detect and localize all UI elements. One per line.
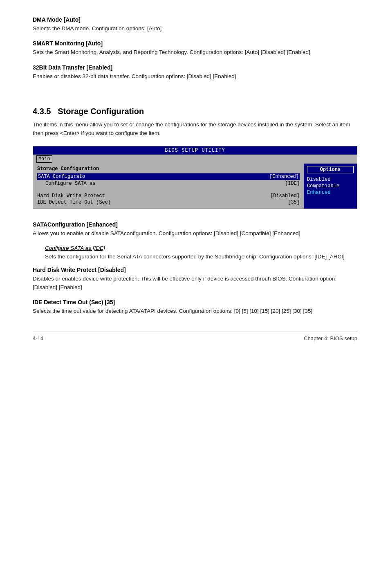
smart-monitoring-section: SMART Monitoring [Auto] Sets the Smart M… — [33, 40, 357, 56]
bios-row-sata[interactable]: SATA Configurato [Enhanced] — [37, 173, 300, 180]
bios-row-hard-disk-value: [Disabled] — [270, 193, 300, 199]
bios-row-configure-sata-value: [IDE] — [285, 181, 300, 186]
hard-disk-section: Hard Disk Write Protect [Disabled] Disab… — [33, 267, 357, 292]
smart-monitoring-heading: SMART Monitoring [Auto] — [33, 40, 357, 47]
hard-disk-heading: Hard Disk Write Protect [Disabled] — [33, 267, 357, 273]
chapter-section: 4.3.5 Storage Configuration The items in… — [33, 107, 357, 138]
footer-page-number: 4-14 — [33, 335, 43, 341]
chapter-number: 4.3.5 — [33, 107, 51, 116]
configure-sata-subbody: Sets the configuration for the Serial AT… — [33, 253, 357, 261]
footer-chapter-label: Chapter 4: BIOS setup — [304, 335, 357, 341]
bios-content: Storage Configuration SATA Configurato [… — [33, 164, 357, 209]
bios-options-label: Options — [307, 166, 354, 173]
bios-row-configure-sata[interactable]: Configure SATA as [IDE] — [37, 181, 300, 186]
smart-monitoring-body: Sets the Smart Monitoring, Analysis, and… — [33, 48, 357, 56]
bios-main-panel: Storage Configuration SATA Configurato [… — [33, 164, 304, 209]
chapter-intro: The items in this menu allow you to set … — [33, 120, 357, 138]
bios-row-hard-disk-label: Hard Disk Write Protect — [37, 193, 105, 199]
bit32-section: 32Bit Data Transfer [Enabled] Enables or… — [33, 64, 357, 81]
ide-detect-body: Selects the time out value for detecting… — [33, 307, 357, 315]
ide-detect-heading: IDE Detect Time Out (Sec) [35] — [33, 299, 357, 305]
bios-row-hard-disk[interactable]: Hard Disk Write Protect [Disabled] — [37, 193, 300, 199]
bios-title-bar: BIOS SETUP UTILITY — [33, 146, 357, 155]
configure-sata-subheading: Configure SATA as [IDE] — [33, 245, 357, 251]
bios-row-sata-value: [Enhanced] — [269, 174, 299, 180]
sata-config-heading: SATAConfiguration [Enhanced] — [33, 221, 357, 228]
bios-option-enhanced: Enhanced — [307, 190, 354, 195]
hard-disk-body: Disables or enables device write protect… — [33, 275, 357, 292]
dma-mode-body: Selects the DMA mode. Configuration opti… — [33, 25, 357, 33]
ide-detect-section: IDE Detect Time Out (Sec) [35] Selects t… — [33, 299, 357, 315]
bios-row-sata-label: SATA Configurato — [38, 174, 85, 180]
chapter-heading: 4.3.5 Storage Configuration — [33, 107, 357, 116]
page-footer: 4-14 Chapter 4: BIOS setup — [33, 332, 357, 341]
bios-sidebar: Options Disabled Compatiable Enhanced — [304, 164, 357, 209]
bit32-body: Enables or disables 32-bit data transfer… — [33, 72, 357, 81]
bios-screenshot: BIOS SETUP UTILITY Main Storage Configur… — [33, 146, 357, 209]
sata-config-section: SATAConfiguration [Enhanced] Allows you … — [33, 221, 357, 261]
sata-config-body: Allows you to enable or disable SATAconf… — [33, 229, 357, 238]
bios-row-configure-sata-label: Configure SATA as — [45, 181, 95, 186]
bios-row-ide-detect-value: [35] — [288, 200, 300, 205]
bios-tab-main[interactable]: Main — [36, 155, 52, 163]
bios-option-disabled: Disabled — [307, 177, 354, 182]
dma-mode-section: DMA Mode [Auto] Selects the DMA mode. Co… — [33, 16, 357, 33]
chapter-title: Storage Configuration — [58, 107, 144, 116]
bios-row-ide-detect-label: IDE Detect Time Out (Sec) — [37, 200, 111, 205]
bit32-heading: 32Bit Data Transfer [Enabled] — [33, 64, 357, 71]
bios-section-label: Storage Configuration — [37, 166, 300, 172]
dma-mode-heading: DMA Mode [Auto] — [33, 16, 357, 23]
bios-row-ide-detect[interactable]: IDE Detect Time Out (Sec) [35] — [37, 200, 300, 205]
bios-option-compatiable: Compatiable — [307, 183, 354, 189]
bios-tab-bar: Main — [33, 155, 357, 164]
